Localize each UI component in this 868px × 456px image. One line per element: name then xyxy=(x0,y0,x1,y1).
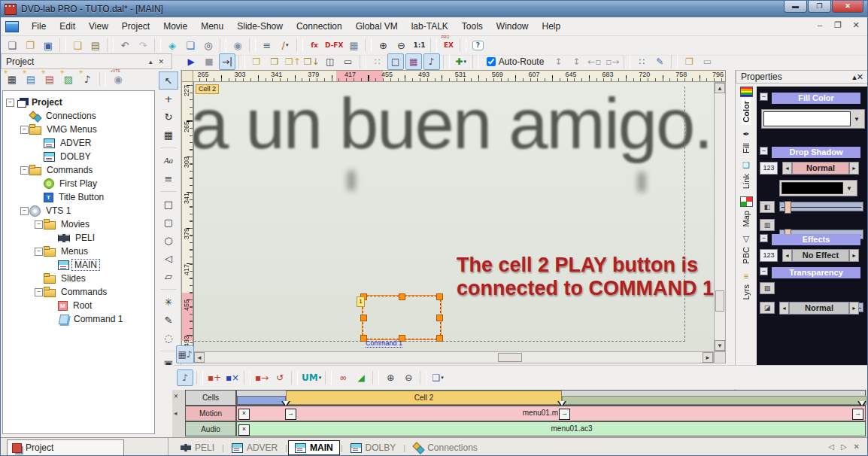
audio-track[interactable]: × menu01.ac3 xyxy=(236,421,866,436)
auto-route-checkbox[interactable]: Auto-Route xyxy=(487,56,545,67)
cells-track[interactable]: Cell 2 xyxy=(236,390,866,406)
scroll-right-icon[interactable]: ► xyxy=(703,352,713,363)
blend-mode-icon[interactable]: ◪ xyxy=(760,302,775,314)
add-menu-icon[interactable]: ▤✳ xyxy=(23,71,39,87)
d-fx-icon[interactable]: D-FX xyxy=(324,37,344,53)
remove-motion-icon[interactable]: × xyxy=(238,409,250,420)
find-in-movie-icon[interactable]: ◎ xyxy=(200,37,217,53)
tree-item-movies[interactable]: −Movies xyxy=(3,217,154,231)
show-video-icon[interactable]: ▦ xyxy=(405,53,422,70)
auto-route-checkbox[interactable] xyxy=(487,57,496,66)
copy-icon[interactable]: ❑ xyxy=(69,37,86,53)
tree-item-vts-1[interactable]: −VTS 1 xyxy=(3,204,154,217)
add-chapter-icon[interactable]: ▪+ xyxy=(206,369,223,386)
shadow-offset-slider[interactable] xyxy=(779,202,863,211)
button-routing-icon[interactable]: ∷ xyxy=(633,53,650,70)
tree-item-project[interactable]: −Project xyxy=(3,96,154,109)
tree-item-menus[interactable]: −Menus xyxy=(3,245,154,258)
tree-item-connections[interactable]: Connections xyxy=(3,109,154,123)
tree-item-commands[interactable]: −Commands xyxy=(3,163,154,177)
close-button[interactable]: ✕ xyxy=(832,1,863,13)
frame-tool[interactable]: ▱ xyxy=(159,267,178,285)
preview-play-icon[interactable]: ▶ xyxy=(183,53,199,70)
mask-tool[interactable]: ◌ xyxy=(159,329,178,347)
panel-collapse-icon[interactable]: ▴ xyxy=(146,58,156,65)
restore-button[interactable]: ❐ xyxy=(808,1,831,13)
route-node-icon[interactable]: ✚▾ xyxy=(453,53,469,70)
preview-stop-icon[interactable]: ■ xyxy=(201,53,217,70)
center-vertical-icon[interactable]: ▭ xyxy=(340,53,357,70)
properties-tab-link[interactable]: ❑Link xyxy=(741,161,752,191)
dropdown-arrow-icon[interactable]: ▼ xyxy=(851,116,863,123)
expand-minus-icon[interactable]: − xyxy=(6,99,14,107)
expand-minus-icon[interactable]: − xyxy=(35,288,43,296)
link-left-icon[interactable]: ←▫ xyxy=(586,53,602,70)
cell-3-segment[interactable] xyxy=(562,396,866,405)
um-units-icon[interactable]: UM▾ xyxy=(301,369,322,386)
resize-handle[interactable] xyxy=(436,293,443,300)
connections-view-icon[interactable]: ◈ xyxy=(164,37,181,53)
audio-row-label[interactable]: Audio xyxy=(185,421,236,436)
render-motion-icon[interactable]: ▦ xyxy=(345,37,362,53)
menu-help[interactable]: Help xyxy=(536,19,568,34)
scroll-up-icon[interactable]: ▲ xyxy=(715,83,725,93)
menu-canvas[interactable]: a un buen amigo.. Cell 2 The cell 2 PLAY… xyxy=(193,82,714,351)
properties-tab-pbc[interactable]: ▽PBC xyxy=(741,234,752,266)
snap-icon[interactable]: □ xyxy=(387,53,404,70)
tl-copy-icon[interactable]: ❑▾ xyxy=(429,369,446,386)
tree-item-main[interactable]: MAIN xyxy=(3,258,154,272)
panel-close-icon[interactable]: ✕ xyxy=(155,58,167,65)
blend-prev-icon[interactable]: ◄ xyxy=(779,302,789,315)
button-link-caption[interactable]: Command 1 xyxy=(366,339,402,348)
menu-project[interactable]: Project xyxy=(115,19,156,34)
effect-tool[interactable]: ✳ xyxy=(159,293,178,311)
shadow-color-picker[interactable]: ▼ xyxy=(779,180,857,196)
collapse-section-icon[interactable]: − xyxy=(760,267,768,275)
add-vmg-menu-icon[interactable]: ▤✳ xyxy=(41,71,58,87)
cell-2-segment[interactable]: Cell 2 xyxy=(286,391,562,405)
selected-button-frame[interactable] xyxy=(363,296,441,339)
ellipse-tool[interactable]: ○ xyxy=(159,231,178,249)
simulation-icon[interactable]: ▭ xyxy=(699,53,715,70)
link-right-icon[interactable]: ▫→ xyxy=(604,53,621,70)
open-file-icon[interactable]: ❐ xyxy=(22,37,38,53)
save-file-icon[interactable]: ▣ xyxy=(40,37,56,53)
mdi-close-icon[interactable]: ✕ xyxy=(851,20,861,30)
mdi-restore-icon[interactable]: ❐ xyxy=(833,20,843,30)
mdi-minimize-icon[interactable]: – xyxy=(815,20,825,30)
scroll-down-icon[interactable]: ▼ xyxy=(715,340,725,351)
undo-icon[interactable]: ↶ xyxy=(117,37,133,53)
tree-item-title-button[interactable]: Title Button xyxy=(3,190,154,204)
menu-file[interactable]: File xyxy=(25,19,53,34)
tl-preview-icon[interactable]: ♪ xyxy=(177,369,193,386)
effects-prev-icon[interactable]: ◄ xyxy=(782,249,792,262)
vertical-scrollbar[interactable]: ▲ ▼ xyxy=(714,82,726,351)
menu-lab-talk[interactable]: lab-TALK xyxy=(405,19,455,34)
project-bottom-tab[interactable]: Project xyxy=(7,439,124,455)
motion-track[interactable]: × → menu01.m → → xyxy=(236,406,866,421)
tab-connections[interactable]: Connections xyxy=(406,440,484,455)
shadow-offset-icon[interactable]: ◧ xyxy=(760,201,775,213)
loop-icon[interactable]: ↺ xyxy=(272,369,288,386)
tab-peli[interactable]: PELI xyxy=(174,440,221,455)
rotate-tool[interactable]: ↻ xyxy=(159,108,178,126)
help-icon[interactable]: ? xyxy=(469,37,486,53)
resize-handle[interactable] xyxy=(360,315,367,321)
tl-zoom-out-icon[interactable]: ⊖ xyxy=(400,369,417,386)
menu-view[interactable]: View xyxy=(82,19,115,34)
resize-handle[interactable] xyxy=(399,293,405,300)
cells-row-label[interactable]: Cells xyxy=(185,390,236,406)
tree-item-slides[interactable]: Slides xyxy=(3,272,154,285)
dropdown-arrow-icon[interactable]: ▼ xyxy=(843,185,855,192)
draw-route-icon[interactable]: ✎ xyxy=(651,53,668,70)
tree-item-adver[interactable]: ADVER xyxy=(3,136,154,150)
shadow-blur-icon[interactable]: ▥ xyxy=(760,219,775,231)
vertical-scroll-thumb[interactable] xyxy=(715,290,724,312)
play-after-icon[interactable]: ◢ xyxy=(353,369,369,386)
tree-item-peli[interactable]: PELI xyxy=(3,231,154,245)
tree-item-commands[interactable]: −Commands xyxy=(3,285,154,299)
space-vertical-icon[interactable]: ↕ xyxy=(550,53,566,70)
script-list-icon[interactable]: ≡ xyxy=(259,37,275,53)
zoom-out-icon[interactable]: ⊖ xyxy=(393,37,409,53)
expand-minus-icon[interactable]: − xyxy=(35,248,43,256)
